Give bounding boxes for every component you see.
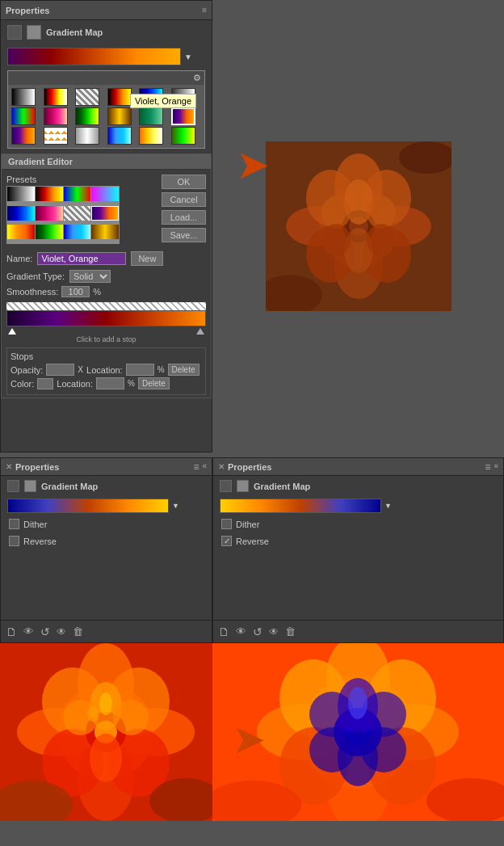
ge-swatch-9[interactable] (7, 225, 35, 239)
ge-color-delete-button[interactable]: Delete (138, 377, 170, 389)
svg-point-58 (348, 687, 368, 719)
bottom-right-header-right: ≡ « (485, 461, 498, 473)
preset-swatch-17[interactable] (139, 127, 163, 145)
properties-title: Properties (6, 6, 49, 15)
ge-gradient-bar-container: Click to add a stop (6, 302, 206, 344)
bottom-left-menu-icon[interactable]: ≡ (193, 461, 199, 473)
gradient-dropdown-icon[interactable]: ▼ (184, 53, 192, 61)
presets-settings-icon[interactable]: ⚙ (193, 73, 201, 83)
gm-visibility-box[interactable] (7, 25, 22, 40)
bottom-right-menu-icon[interactable]: ≡ (485, 461, 490, 473)
bottom-right-header-left: ✕ Properties (218, 462, 271, 472)
ge-stops-section: Stops Opacity: X Location: % Delete Colo… (6, 347, 206, 395)
bottom-left-flower-svg (0, 643, 212, 821)
ge-gradient-preview[interactable] (6, 310, 206, 326)
svg-point-35 (113, 700, 149, 735)
flower-svg-top (266, 141, 452, 311)
preset-swatch-9[interactable] (75, 107, 99, 125)
ge-swatch-12[interactable] (91, 225, 119, 239)
preset-swatch-1[interactable] (11, 88, 36, 106)
ge-load-button[interactable]: Load... (162, 210, 206, 225)
ge-swatch-7[interactable] (64, 206, 91, 221)
bottom-right: ✕ Properties ≡ « Gradient Map ▼ (212, 457, 504, 846)
bottom-right-visibility-icon[interactable]: 👁 (236, 625, 246, 638)
bottom-left-collapse-icon[interactable]: « (202, 461, 207, 473)
bottom-right-flower-image (212, 643, 504, 846)
bottom-left-close-icon[interactable]: ✕ (6, 462, 12, 471)
preset-swatch-15[interactable] (75, 127, 99, 145)
bottom-right-gradient-bar[interactable] (220, 499, 381, 513)
ge-swatch-10[interactable] (36, 225, 63, 239)
bottom-left-mask-box[interactable] (24, 480, 36, 492)
stop-marker-left[interactable] (8, 328, 16, 335)
svg-point-33 (90, 734, 122, 782)
bottom-left-reset-icon[interactable]: ↺ (40, 625, 50, 638)
ge-ok-button[interactable]: OK (162, 175, 206, 189)
preset-swatch-16[interactable] (107, 127, 132, 145)
bottom-left-link-icon[interactable]: 👁 (57, 626, 66, 638)
bottom-right-close-icon[interactable]: ✕ (218, 462, 225, 471)
bottom-right-dither-checkbox[interactable] (221, 519, 232, 529)
preset-swatch-7[interactable] (11, 107, 36, 125)
ge-smoothness-unit: % (93, 287, 101, 297)
preset-swatch-10[interactable] (107, 107, 132, 125)
bottom-left-trash-icon[interactable]: 🗑 (73, 625, 83, 638)
ge-opacity-delete-button[interactable]: Delete (168, 364, 200, 376)
properties-header: Properties ≡ (1, 1, 212, 20)
ge-smoothness-input[interactable] (61, 286, 90, 297)
ge-name-input[interactable] (37, 252, 126, 265)
bottom-right-collapse-icon[interactable]: « (494, 461, 498, 473)
preset-swatch-12[interactable] (171, 107, 195, 125)
bottom-left-gradient-dropdown[interactable]: ▼ (172, 502, 179, 510)
ge-cancel-button[interactable]: Cancel (162, 192, 206, 207)
bottom-left-add-layer-icon[interactable]: 🗋 (6, 625, 17, 638)
preset-swatch-3[interactable] (75, 88, 99, 106)
ge-new-button[interactable]: New (131, 251, 163, 266)
preset-swatch-2[interactable] (44, 88, 68, 106)
svg-point-57 (361, 727, 406, 772)
bottom-section: ✕ Properties ≡ « Gradient Map ▼ (0, 457, 504, 846)
bottom-right-vis-box[interactable] (220, 480, 232, 492)
preset-swatch-14[interactable] (44, 127, 68, 145)
left-panel: Properties ≡ Gradient Map ▼ ⚙ (0, 0, 212, 452)
preset-swatch-8[interactable] (44, 107, 68, 125)
ge-opacity-location-input[interactable] (126, 364, 154, 376)
panel-menu-icon[interactable]: ≡ (202, 6, 207, 15)
ge-swatch-11[interactable] (64, 225, 91, 239)
gm-mask-box[interactable] (27, 25, 41, 40)
bottom-left-header-left: ✕ Properties (6, 462, 59, 472)
ge-swatch-1[interactable] (7, 187, 35, 201)
preset-swatch-11[interactable] (139, 107, 163, 125)
bottom-left-dither-checkbox[interactable] (9, 519, 19, 529)
gradient-editor: Gradient Editor Presets (1, 154, 212, 398)
bottom-right-link-icon[interactable]: 👁 (269, 626, 279, 638)
ge-type-select[interactable]: Solid Noise (69, 270, 111, 283)
ge-swatch-3[interactable] (64, 187, 91, 201)
ge-save-button[interactable]: Save... (162, 228, 206, 242)
bottom-right-reverse-checkbox[interactable]: ✓ (221, 536, 232, 546)
preset-swatch-4[interactable] (107, 88, 132, 106)
ge-opacity-label: Opacity: (10, 365, 43, 375)
ge-swatch-4[interactable] (91, 187, 119, 201)
bottom-right-trash-icon[interactable]: 🗑 (285, 625, 296, 638)
ge-presets-grid (6, 186, 120, 244)
bottom-right-mask-box[interactable] (237, 480, 249, 492)
ge-color-swatch[interactable] (37, 378, 53, 389)
bottom-right-add-layer-icon[interactable]: 🗋 (218, 625, 229, 638)
bottom-left-gradient-bar[interactable] (7, 499, 169, 513)
gradient-bar[interactable] (7, 48, 181, 65)
ge-opacity-input[interactable] (46, 364, 74, 376)
bottom-left-reverse-checkbox[interactable] (9, 536, 19, 546)
ge-swatch-8[interactable] (91, 206, 119, 221)
ge-swatch-6[interactable] (36, 206, 63, 221)
preset-swatch-13[interactable] (11, 127, 36, 145)
ge-color-location-input[interactable] (96, 377, 124, 389)
stop-marker-right[interactable] (196, 328, 204, 335)
bottom-right-gradient-dropdown[interactable]: ▼ (384, 502, 392, 510)
ge-swatch-5[interactable] (7, 206, 35, 221)
bottom-left-visibility-icon[interactable]: 👁 (23, 625, 34, 638)
preset-swatch-18[interactable] (171, 127, 195, 145)
ge-swatch-2[interactable] (36, 187, 63, 201)
bottom-left-vis-box[interactable] (7, 480, 19, 492)
bottom-right-reset-icon[interactable]: ↺ (253, 625, 262, 638)
